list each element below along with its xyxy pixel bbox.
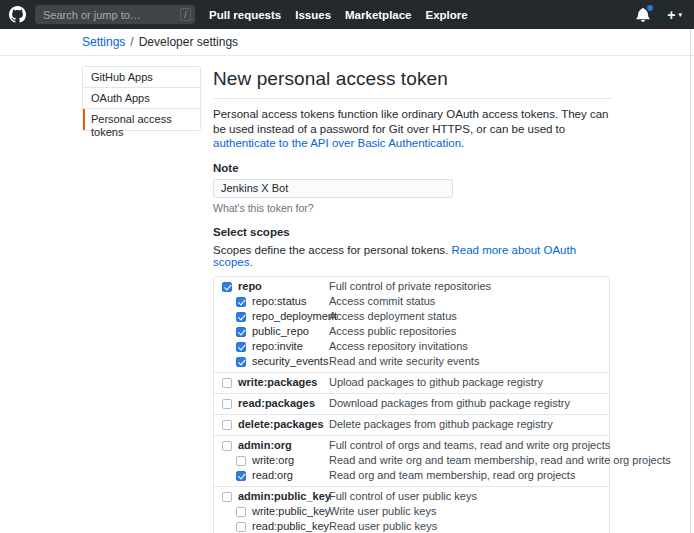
breadcrumb-separator: / [130, 35, 133, 49]
scope-name[interactable]: write:packages [238, 376, 317, 389]
scope-name[interactable]: repo:invite [252, 340, 303, 353]
scope-description: Read user public keys [329, 520, 437, 533]
plus-icon: + [667, 8, 675, 22]
scope-row-admin-public-key: admin:public_keyFull control of user pub… [214, 489, 609, 504]
scope-name[interactable]: admin:public_key [238, 490, 331, 503]
sidebar-item-personal-access-tokens[interactable]: Personal access tokens [83, 109, 200, 130]
intro-paragraph: Personal access tokens function like ord… [213, 107, 612, 151]
scope-description: Access public repositories [329, 325, 456, 338]
scope-description: Access commit status [329, 295, 435, 308]
scope-description: Full control of orgs and teams, read and… [329, 439, 610, 452]
scope-row-read-packages: read:packagesDownload packages from gith… [214, 396, 609, 411]
scope-checkbox-read-org[interactable] [236, 471, 246, 481]
scope-checkbox-write-packages[interactable] [222, 378, 232, 388]
scopes-table: repoFull control of private repositories… [213, 276, 610, 533]
nav-pull-requests[interactable]: Pull requests [209, 9, 281, 21]
developer-settings-sidebar: GitHub AppsOAuth AppsPersonal access tok… [82, 66, 201, 131]
search-input[interactable] [35, 5, 195, 24]
scope-checkbox-repo-invite[interactable] [236, 342, 246, 352]
select-scopes-label: Select scopes [213, 226, 612, 238]
scope-row-write-packages: write:packagesUpload packages to github … [214, 375, 609, 390]
scope-name[interactable]: security_events [252, 355, 328, 368]
scope-row-repo-status: repo:statusAccess commit status [214, 294, 609, 309]
main-content: New personal access token Personal acces… [213, 66, 612, 533]
scope-row-write-org: write:orgRead and write org and team mem… [214, 453, 609, 468]
scopes-description: Scopes define the access for personal to… [213, 244, 612, 268]
scope-name[interactable]: write:org [252, 454, 294, 467]
scope-row-public-repo: public_repoAccess public repositories [214, 324, 609, 339]
note-input[interactable] [213, 179, 453, 198]
scope-row-read-org: read:orgRead org and team membership, re… [214, 468, 609, 483]
scope-group-admin-org: admin:orgFull control of orgs and teams,… [214, 435, 609, 486]
scope-name[interactable]: repo [238, 280, 262, 293]
nav-issues[interactable]: Issues [295, 9, 331, 21]
scope-row-delete-packages: delete:packagesDelete packages from gith… [214, 417, 609, 432]
scope-description: Upload packages to github package regist… [329, 376, 543, 389]
slash-key-hint: / [180, 8, 191, 21]
app-header: / Pull requests Issues Marketplace Explo… [0, 0, 694, 29]
scope-name[interactable]: delete:packages [238, 418, 324, 431]
scope-row-security-events: security_eventsRead and write security e… [214, 354, 609, 369]
chevron-down-icon: ▾ [678, 11, 682, 19]
scope-row-repo-deployment: repo_deploymentAccess deployment status [214, 309, 609, 324]
scope-checkbox-write-org[interactable] [236, 456, 246, 466]
scope-name[interactable]: read:org [252, 469, 293, 482]
breadcrumb-current: Developer settings [139, 35, 238, 49]
scope-description: Read and write security events [329, 355, 479, 368]
scope-group-read-packages: read:packagesDownload packages from gith… [214, 393, 609, 414]
scope-name[interactable]: read:public_key [252, 520, 329, 533]
note-label: Note [213, 162, 612, 174]
scope-group-write-packages: write:packagesUpload packages to github … [214, 372, 609, 393]
scope-row-repo: repoFull control of private repositories [214, 279, 609, 294]
breadcrumb-settings-link[interactable]: Settings [82, 35, 125, 49]
scope-name[interactable]: admin:org [238, 439, 292, 452]
sidebar-item-github-apps[interactable]: GitHub Apps [83, 67, 200, 88]
scope-checkbox-public-repo[interactable] [236, 327, 246, 337]
scope-name[interactable]: public_repo [252, 325, 309, 338]
nav-marketplace[interactable]: Marketplace [345, 9, 411, 21]
scope-row-repo-invite: repo:inviteAccess repository invitations [214, 339, 609, 354]
scope-name[interactable]: repo_deployment [252, 310, 337, 323]
scope-name[interactable]: write:public_key [252, 505, 330, 518]
scope-description: Delete packages from github package regi… [329, 418, 553, 431]
scope-row-admin-org: admin:orgFull control of orgs and teams,… [214, 438, 609, 453]
create-new-button[interactable]: + ▾ [667, 8, 682, 22]
scope-checkbox-repo-status[interactable] [236, 297, 246, 307]
scopes-description-text: Scopes define the access for personal to… [213, 244, 451, 256]
scope-description: Full control of user public keys [329, 490, 477, 503]
scope-description: Full control of private repositories [329, 280, 491, 293]
scope-name[interactable]: repo:status [252, 295, 306, 308]
intro-text: Personal access tokens function like ord… [213, 108, 608, 135]
scope-checkbox-security-events[interactable] [236, 357, 246, 367]
sidebar-item-oauth-apps[interactable]: OAuth Apps [83, 88, 200, 109]
scope-description: Read org and team membership, read org p… [329, 469, 575, 482]
scope-checkbox-admin-org[interactable] [222, 441, 232, 451]
scope-checkbox-repo-deployment[interactable] [236, 312, 246, 322]
basic-auth-link[interactable]: authenticate to the API over Basic Authe… [213, 137, 461, 149]
notifications-bell-icon[interactable] [636, 7, 652, 22]
github-logo-icon[interactable] [9, 6, 26, 23]
nav-explore[interactable]: Explore [426, 9, 468, 21]
scope-group-admin-public-key: admin:public_keyFull control of user pub… [214, 486, 609, 533]
scope-group-repo: repoFull control of private repositories… [214, 277, 609, 372]
page-title: New personal access token [213, 66, 612, 99]
scope-checkbox-read-public-key[interactable] [236, 522, 246, 532]
scope-description: Read and write org and team membership, … [329, 454, 671, 467]
scope-description: Download packages from github package re… [329, 397, 570, 410]
scope-checkbox-write-public-key[interactable] [236, 507, 246, 517]
note-help-text: What's this token for? [213, 202, 612, 214]
scope-name[interactable]: read:packages [238, 397, 315, 410]
page: / Pull requests Issues Marketplace Explo… [0, 0, 694, 533]
scope-group-delete-packages: delete:packagesDelete packages from gith… [214, 414, 609, 435]
scope-description: Access deployment status [329, 310, 457, 323]
scope-checkbox-admin-public-key[interactable] [222, 492, 232, 502]
notification-dot [646, 4, 654, 12]
search-box: / [35, 5, 195, 25]
scope-description: Access repository invitations [329, 340, 468, 353]
scope-checkbox-delete-packages[interactable] [222, 420, 232, 430]
scope-row-read-public-key: read:public_keyRead user public keys [214, 519, 609, 533]
breadcrumb: Settings / Developer settings [0, 29, 694, 56]
scope-checkbox-read-packages[interactable] [222, 399, 232, 409]
header-nav: Pull requests Issues Marketplace Explore [195, 9, 468, 21]
scope-checkbox-repo[interactable] [222, 282, 232, 292]
